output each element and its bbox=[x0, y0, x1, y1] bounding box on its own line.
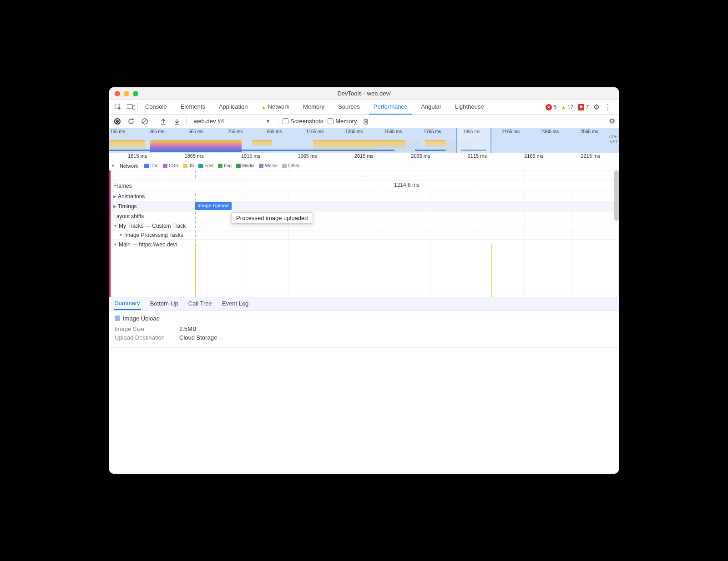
summary-row: Image Size2.5MB bbox=[115, 326, 613, 332]
separator bbox=[154, 117, 154, 125]
network-legend: DocCSSJSFontImgMediaWasmOther bbox=[144, 163, 299, 168]
expand-icon: ▶ bbox=[113, 194, 116, 199]
detail-tab-bottom-up[interactable]: Bottom-Up bbox=[149, 297, 179, 310]
collapse-icon: ▼ bbox=[113, 224, 117, 228]
chevron-down-icon: ▼ bbox=[266, 119, 270, 124]
svg-rect-2 bbox=[133, 105, 135, 110]
custom-track[interactable]: ▼My Tracks — Custom Track bbox=[111, 221, 619, 230]
summary-title: Image Upload bbox=[115, 315, 613, 322]
tab-list: ConsoleElementsApplicationNetworkMemoryS… bbox=[138, 100, 546, 115]
time-ruler: 1815 ms1865 ms1915 ms1965 ms2015 ms2065 … bbox=[109, 153, 619, 161]
detail-tab-summary[interactable]: Summary bbox=[114, 297, 141, 310]
scrollbar[interactable] bbox=[614, 170, 619, 221]
svg-rect-1 bbox=[127, 105, 132, 109]
device-icon[interactable] bbox=[125, 104, 137, 110]
download-button[interactable] bbox=[172, 117, 182, 126]
flag-badge[interactable]: ⚑7 bbox=[578, 104, 589, 110]
tab-network[interactable]: Network bbox=[257, 100, 294, 115]
animations-track[interactable]: ▶Animations bbox=[111, 191, 619, 201]
network-track-header[interactable]: ▼ Network DocCSSJSFontImgMediaWasmOther bbox=[109, 161, 619, 170]
garbage-icon[interactable] bbox=[361, 117, 370, 126]
devtools-window: DevTools - web.dev/ ConsoleElementsAppli… bbox=[109, 87, 619, 474]
tab-sources[interactable]: Sources bbox=[334, 100, 364, 115]
overview-timeline[interactable]: 165 ms365 ms565 ms765 ms965 ms1165 ms136… bbox=[109, 128, 619, 153]
main-track[interactable]: ▼Main — https://web.dev/ bbox=[111, 240, 619, 297]
more-icon[interactable]: ⋮ bbox=[604, 103, 612, 111]
tab-memory[interactable]: Memory bbox=[298, 100, 329, 115]
screenshots-checkbox[interactable]: Screenshots bbox=[283, 118, 323, 125]
overview-times: 165 ms365 ms565 ms765 ms965 ms1165 ms136… bbox=[109, 129, 619, 134]
tab-elements[interactable]: Elements bbox=[176, 100, 210, 115]
expand-icon: ▶ bbox=[113, 204, 116, 209]
frame-duration: 1214.8 ms bbox=[392, 182, 421, 188]
timings-track[interactable]: ▶Timings Image Upload Processed image up… bbox=[111, 201, 619, 211]
summary-row: Upload DestinationCloud Storage bbox=[115, 334, 613, 341]
clear-button[interactable] bbox=[140, 117, 149, 126]
collapse-icon: ▼ bbox=[119, 233, 123, 237]
tab-application[interactable]: Application bbox=[214, 100, 253, 115]
collapse-icon: ▼ bbox=[113, 242, 117, 247]
overview-viewport[interactable] bbox=[456, 128, 491, 153]
detail-tabs: SummaryBottom-UpCall TreeEvent Log bbox=[109, 297, 619, 311]
color-swatch bbox=[115, 316, 120, 321]
error-badge[interactable]: ✕5 bbox=[546, 104, 556, 110]
separator bbox=[278, 117, 278, 125]
separator bbox=[186, 117, 187, 125]
capture-settings-icon[interactable]: ⚙ bbox=[609, 117, 615, 125]
reload-button[interactable] bbox=[126, 117, 136, 126]
window-title: DevTools - web.dev/ bbox=[109, 90, 619, 97]
overview-chart bbox=[109, 135, 619, 147]
tab-angular[interactable]: Angular bbox=[416, 100, 446, 115]
summary-panel: Image Upload Image Size2.5MBUpload Desti… bbox=[109, 311, 619, 348]
tab-lighthouse[interactable]: Lighthouse bbox=[450, 100, 489, 115]
svg-line-4 bbox=[143, 120, 147, 123]
profile-select[interactable]: web.dev #4 ▼ bbox=[191, 118, 273, 125]
tab-right: ✕5 ▲17 ⚑7 ⚙ ⋮ bbox=[546, 103, 616, 111]
detail-tab-event-log[interactable]: Event Log bbox=[221, 297, 250, 310]
tab-performance[interactable]: Performance bbox=[369, 100, 412, 115]
upload-button[interactable] bbox=[159, 117, 168, 126]
titlebar: DevTools - web.dev/ bbox=[109, 87, 619, 100]
settings-icon[interactable]: ⚙ bbox=[593, 103, 600, 111]
perf-toolbar: web.dev #4 ▼ Screenshots Memory ⚙ bbox=[109, 115, 619, 128]
memory-checkbox[interactable]: Memory bbox=[328, 118, 357, 125]
tracks-area: … Frames 1214.8 ms ▶Animations ▶Timings … bbox=[109, 170, 619, 297]
inspect-icon[interactable] bbox=[112, 104, 125, 111]
collapsed-row[interactable]: … bbox=[111, 170, 619, 180]
custom-subtrack[interactable]: ▼Image Processing Tasks bbox=[111, 230, 619, 240]
panel-tabs: ConsoleElementsApplicationNetworkMemoryS… bbox=[109, 100, 619, 115]
frames-track[interactable]: Frames 1214.8 ms bbox=[111, 180, 619, 191]
collapse-icon: ▼ bbox=[111, 164, 115, 168]
warning-badge[interactable]: ▲17 bbox=[561, 104, 573, 110]
tab-console[interactable]: Console bbox=[141, 100, 172, 115]
layout-shifts-track[interactable]: Layout shifts bbox=[111, 211, 619, 221]
record-button[interactable] bbox=[113, 117, 122, 126]
timing-entry-image-upload[interactable]: Image Upload bbox=[195, 202, 232, 210]
detail-tab-call-tree[interactable]: Call Tree bbox=[187, 297, 213, 310]
timing-tooltip: Processed image uploaded bbox=[231, 212, 313, 224]
